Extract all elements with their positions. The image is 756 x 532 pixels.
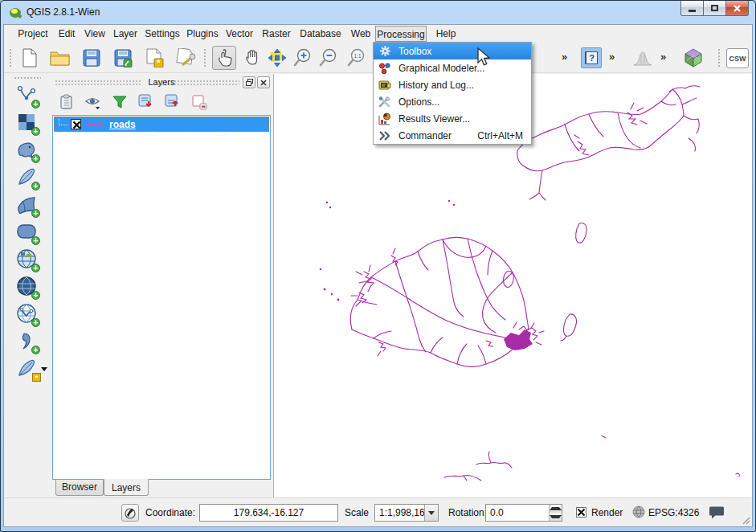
qgis-logo-icon (9, 6, 22, 19)
tracking-button[interactable] (121, 504, 139, 522)
add-mssql-layer-button[interactable]: + (14, 191, 39, 217)
resize-grip[interactable] (741, 515, 750, 525)
open-project-button[interactable] (48, 46, 72, 70)
rotation-spinbox[interactable]: 0.0 (485, 504, 562, 522)
add-vector-layer-button[interactable]: + (14, 82, 39, 108)
add-wms-layer-button[interactable]: + (14, 246, 39, 272)
menu-processing[interactable]: Processing (375, 26, 427, 42)
composer-manager-button[interactable] (174, 46, 198, 70)
menu-help[interactable]: Help (431, 26, 460, 42)
filter-legend-button[interactable] (109, 92, 130, 112)
menu-edit[interactable]: Edit (53, 26, 80, 42)
minimize-button[interactable] (680, 1, 704, 16)
crs-status[interactable]: EPSG:4326 (648, 507, 699, 518)
menu-settings[interactable]: Settings (141, 26, 183, 42)
collapse-all-button[interactable] (162, 92, 183, 112)
maximize-button[interactable] (703, 1, 726, 16)
tree-branch (59, 119, 68, 125)
manage-visibility-button[interactable] (83, 92, 104, 112)
plus-badge-icon: + (31, 209, 40, 218)
histogram-button-disabled[interactable] (631, 46, 655, 70)
remove-layer-button[interactable] (189, 92, 210, 112)
layer-tree[interactable]: roads (52, 115, 271, 480)
menu-item-toolbox[interactable]: Toolbox (374, 43, 531, 59)
toolbar-handle[interactable] (717, 48, 721, 68)
add-wfs-layer-button[interactable]: + (14, 301, 39, 326)
close-button[interactable] (725, 1, 749, 16)
add-spatialite-layer-button[interactable]: + (14, 164, 39, 190)
combo-dropdown-button[interactable] (424, 505, 438, 521)
zoom-native-button[interactable]: 1:1 (345, 46, 369, 70)
pan-map-button[interactable] (240, 46, 264, 70)
scale-value: 1:1,998,165 (379, 507, 430, 518)
expand-all-button[interactable] (136, 92, 157, 112)
toolbar-handle[interactable] (14, 76, 41, 80)
menu-vector[interactable]: Vector (223, 26, 256, 42)
tab-layers[interactable]: Layers (104, 479, 149, 496)
toolbar-overflow-chevron[interactable]: » (562, 51, 566, 63)
toolbar-handle[interactable] (9, 48, 13, 68)
close-panel-button[interactable] (257, 76, 270, 88)
save-project-button[interactable] (80, 46, 104, 70)
spinner-buttons[interactable] (549, 505, 562, 521)
zoom-in-button[interactable] (291, 46, 315, 70)
pan-to-selection-button[interactable] (265, 46, 289, 70)
menu-project[interactable]: Project (14, 26, 52, 42)
menu-layer[interactable]: Layer (109, 26, 141, 42)
scale-combobox[interactable]: 1:1,998,165 (374, 504, 439, 522)
menu-item-graphical-modeler[interactable]: Graphical Modeler... (374, 59, 531, 76)
menu-item-results-viewer[interactable]: Results Viewer... (374, 110, 531, 127)
menu-item-commander[interactable]: Commander Ctrl+Alt+M (374, 127, 531, 144)
layer-visibility-checkbox[interactable] (71, 119, 81, 129)
title-bar[interactable]: QGIS 2.8.1-Wien (1, 1, 755, 24)
help-button[interactable]: ? (581, 47, 602, 68)
toolbar-overflow-chevron[interactable]: » (609, 51, 613, 63)
layer-name[interactable]: roads (109, 119, 136, 130)
eye-icon (84, 95, 102, 109)
menu-web[interactable]: Web (347, 26, 374, 42)
star-badge-icon: * (32, 373, 41, 382)
new-project-button[interactable] (18, 46, 42, 70)
menu-item-history-log[interactable]: History and Log... (374, 76, 531, 93)
mouse-cursor (476, 47, 492, 67)
add-wcs-layer-button[interactable]: + (14, 273, 39, 299)
touch-zoom-pan-button[interactable] (212, 46, 236, 70)
render-checkbox[interactable] (576, 507, 586, 518)
layers-panel-titlebar[interactable]: Layers (51, 76, 272, 89)
pan-hand-icon (243, 48, 261, 68)
add-raster-layer-button[interactable]: + (14, 109, 39, 135)
save-project-as-button[interactable] (111, 46, 135, 70)
add-oracle-layer-button[interactable]: + (14, 219, 39, 244)
checkbox-x-mark-icon (577, 508, 586, 517)
chevron-down-icon[interactable] (41, 367, 47, 371)
save-as-icon (113, 48, 133, 68)
toolbar-handle[interactable] (203, 48, 207, 68)
menu-raster[interactable]: Raster (259, 26, 294, 42)
menu-item-label: History and Log... (398, 80, 474, 91)
composer-manager-icon (175, 48, 196, 68)
new-composer-button[interactable]: * (142, 46, 166, 70)
plus-badge-icon: + (31, 318, 40, 327)
spin-up-button[interactable] (550, 505, 562, 513)
add-delimited-text-layer-button[interactable]: + (14, 328, 39, 354)
zoom-out-button[interactable] (317, 46, 341, 70)
toolbar-overflow-chevron[interactable]: » (660, 51, 664, 63)
float-panel-button[interactable] (243, 76, 255, 88)
grass-tools-button[interactable] (681, 46, 705, 70)
add-postgis-layer-button[interactable]: + (14, 137, 39, 162)
rotation-value: 0.0 (490, 507, 504, 518)
new-shapefile-layer-button[interactable]: * (14, 355, 39, 381)
options-tools-icon (376, 96, 394, 108)
menu-item-options[interactable]: Options... (374, 93, 531, 110)
log-messages-bubble-icon[interactable] (708, 506, 725, 520)
menu-plugins[interactable]: Plugins (184, 26, 221, 42)
coordinate-input[interactable]: 179.634,-16.127 (199, 504, 338, 522)
menu-database[interactable]: Database (296, 26, 345, 42)
add-group-button[interactable] (56, 92, 77, 112)
tab-browser[interactable]: Browser (55, 480, 104, 496)
expand-all-icon (138, 94, 154, 110)
menu-view[interactable]: View (80, 26, 110, 42)
layer-row-roads[interactable]: roads (54, 117, 269, 132)
spin-down-button[interactable] (550, 513, 562, 521)
csw-button[interactable]: CSW (726, 48, 749, 68)
